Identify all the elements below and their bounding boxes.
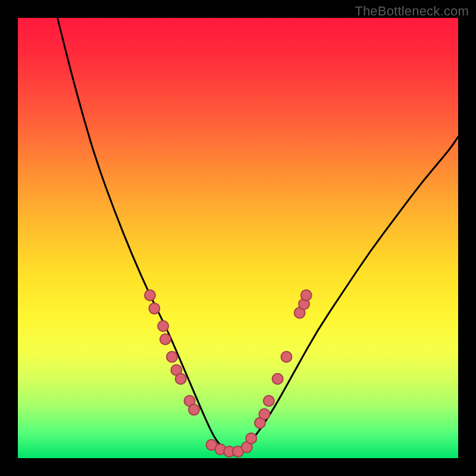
plot-area bbox=[18, 18, 458, 458]
outer-frame: TheBottleneck.com bbox=[0, 0, 476, 476]
watermark-text: TheBottleneck.com bbox=[355, 4, 469, 19]
